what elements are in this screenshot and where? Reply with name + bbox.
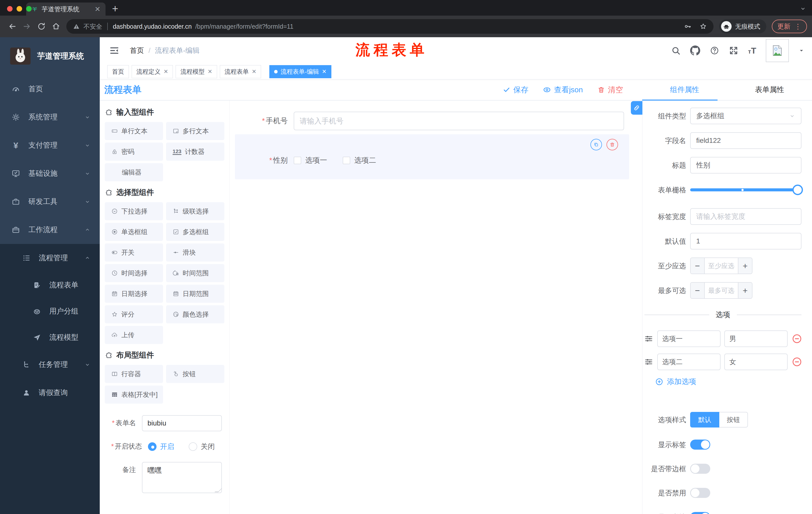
sidebar-item-user-group[interactable]: 用户分组 <box>0 298 100 324</box>
sidebar-item-home[interactable]: 首页 <box>0 75 100 103</box>
component-chip-slider[interactable]: 滑块 <box>166 243 224 262</box>
sidebar-item-workflow[interactable]: 工作流程 <box>0 216 100 244</box>
required-switch[interactable] <box>690 512 710 514</box>
component-chip-table[interactable]: 表格[开发中] <box>105 385 163 404</box>
add-option-button[interactable]: 添加选项 <box>655 377 802 387</box>
close-window-button[interactable] <box>7 6 12 11</box>
tag-home[interactable]: 首页 <box>107 65 129 78</box>
default-value-input[interactable] <box>690 233 802 249</box>
component-chip-checkbox-group[interactable]: 多选框组 <box>166 223 224 241</box>
help-icon[interactable] <box>710 46 719 55</box>
forward-button[interactable] <box>23 22 31 31</box>
selected-component-gender[interactable]: *性别 选项一 选项二 <box>235 134 629 179</box>
browser-menu-icon[interactable]: ⋮ <box>794 22 802 31</box>
sidebar-item-system[interactable]: 系统管理 <box>0 103 100 131</box>
close-icon[interactable]: ✕ <box>252 69 256 75</box>
button-style-button[interactable]: 按钮 <box>719 412 748 428</box>
close-tab-icon[interactable]: ✕ <box>95 5 100 13</box>
zoom-window-button[interactable] <box>26 6 32 11</box>
component-chip-rate[interactable]: 评分 <box>105 305 163 323</box>
option-label-input[interactable] <box>657 354 721 370</box>
user-avatar[interactable] <box>766 39 789 62</box>
show-label-switch[interactable] <box>690 439 710 450</box>
copy-component-button[interactable] <box>590 139 602 151</box>
field-name-input[interactable] <box>690 132 802 149</box>
search-icon[interactable] <box>671 46 680 55</box>
password-key-icon[interactable] <box>684 23 691 30</box>
component-chip-row-container[interactable]: 行容器 <box>105 365 163 383</box>
not-secure-label[interactable]: 不安全 <box>83 22 102 31</box>
component-chip-radio-group[interactable]: 单选框组 <box>105 223 163 241</box>
min-select-input[interactable] <box>705 258 738 274</box>
github-icon[interactable] <box>690 46 700 56</box>
breadcrumb-home[interactable]: 首页 <box>130 46 144 55</box>
title-input[interactable] <box>690 157 802 173</box>
bookmark-star-icon[interactable] <box>699 23 707 30</box>
component-chip-password[interactable]: 密码 <box>105 142 163 161</box>
link-icon[interactable] <box>631 101 642 115</box>
component-chip-upload[interactable]: 上传 <box>105 326 163 344</box>
sidebar-item-process-model[interactable]: 流程模型 <box>0 324 100 351</box>
delete-component-button[interactable] <box>607 139 618 151</box>
sidebar-item-process-management[interactable]: 流程管理 <box>0 244 100 272</box>
slider-track[interactable] <box>690 188 802 191</box>
close-icon[interactable]: ✕ <box>322 69 326 75</box>
decrease-button[interactable]: − <box>691 258 705 274</box>
tag-process-model[interactable]: 流程模型✕ <box>176 65 217 78</box>
sidebar-fold-icon[interactable] <box>109 46 119 56</box>
gender-checkbox-option-2[interactable]: 选项二 <box>343 155 376 165</box>
home-button[interactable] <box>52 22 60 31</box>
component-chip-cascader[interactable]: 级联选择 <box>166 202 224 220</box>
component-chip-select[interactable]: 下拉选择 <box>105 202 163 220</box>
minimize-window-button[interactable] <box>17 6 22 11</box>
tag-process-definition[interactable]: 流程定义✕ <box>132 65 173 78</box>
tab-component-props[interactable]: 组件属性 <box>642 79 727 100</box>
border-switch[interactable] <box>690 464 710 474</box>
status-radio-on[interactable]: 开启 <box>148 442 174 451</box>
component-chip-multi-text[interactable]: 多行文本 <box>166 122 224 140</box>
sidebar-item-leave-query[interactable]: 请假查询 <box>0 379 100 407</box>
option-value-input[interactable] <box>724 354 788 370</box>
component-chip-single-text[interactable]: 单行文本 <box>105 122 163 140</box>
checkbox[interactable] <box>343 157 350 164</box>
new-tab-button[interactable]: + <box>112 3 118 14</box>
component-chip-date-range[interactable]: 日期范围 <box>166 285 224 303</box>
url-bar[interactable]: 不安全 dashboard.yudao.iocoder.cn/bpm/manag… <box>66 19 714 34</box>
avatar-caret-icon[interactable] <box>799 48 805 54</box>
sidebar-item-payment[interactable]: ¥ 支付管理 <box>0 131 100 159</box>
component-chip-switch[interactable]: 开关 <box>105 243 163 262</box>
checkbox[interactable] <box>294 157 301 164</box>
sidebar-item-devtools[interactable]: 研发工具 <box>0 188 100 216</box>
component-chip-counter[interactable]: 123计数器 <box>166 142 224 161</box>
max-select-input[interactable] <box>705 283 738 298</box>
component-chip-time-range[interactable]: 时间范围 <box>166 264 224 282</box>
close-icon[interactable]: ✕ <box>164 69 168 75</box>
view-json-button[interactable]: 查看json <box>543 85 583 95</box>
label-width-input[interactable] <box>690 208 802 225</box>
sidebar-item-process-form[interactable]: 流程表单 <box>0 272 100 298</box>
form-remark-textarea[interactable]: 嘿嘿 <box>142 462 222 493</box>
component-chip-button[interactable]: 按钮 <box>166 365 224 383</box>
option-value-input[interactable] <box>724 330 788 347</box>
remove-option-button[interactable] <box>791 356 803 368</box>
option-label-input[interactable] <box>657 330 721 347</box>
tag-process-form[interactable]: 流程表单✕ <box>220 65 261 78</box>
tab-overflow-chevron-icon[interactable] <box>800 5 807 12</box>
tag-process-form-edit[interactable]: 流程表单-编辑✕ <box>269 65 331 78</box>
component-type-select[interactable]: 多选框组 <box>690 108 802 124</box>
browser-tab[interactable]: 芋道管理系统 ✕ <box>26 2 106 16</box>
fullscreen-icon[interactable] <box>729 46 738 55</box>
component-chip-editor[interactable]: 编辑器 <box>105 163 163 181</box>
default-style-button[interactable]: 默认 <box>690 412 719 428</box>
increase-button[interactable]: + <box>738 283 752 298</box>
font-size-icon[interactable]: тT <box>748 46 756 56</box>
tab-form-props[interactable]: 表单属性 <box>727 79 812 100</box>
back-button[interactable] <box>8 22 17 31</box>
status-radio-off[interactable]: 关闭 <box>189 442 215 451</box>
increase-button[interactable]: + <box>738 258 752 274</box>
decrease-button[interactable]: − <box>691 283 705 298</box>
component-chip-time-picker[interactable]: 时间选择 <box>105 264 163 282</box>
drag-handle-icon[interactable] <box>644 334 654 344</box>
update-button[interactable]: 更新 ⋮ <box>772 20 807 33</box>
slider-handle[interactable] <box>792 185 803 195</box>
